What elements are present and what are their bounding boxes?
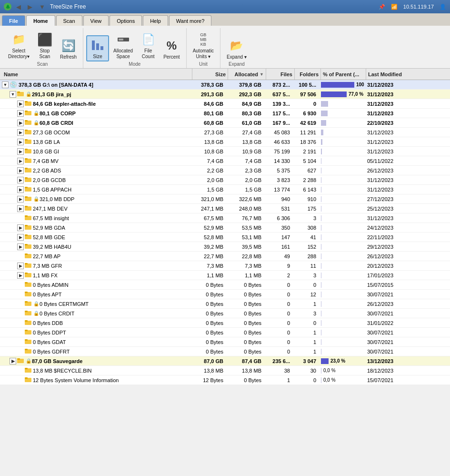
pct-bar	[321, 149, 322, 154]
table-row[interactable]: 0 Bytes APT0 Bytes0 Bytes01230/07/2021	[0, 290, 450, 299]
lock-icon: 🔒	[26, 358, 31, 364]
percent-button[interactable]: % Percent	[160, 36, 183, 61]
pct-bar-container	[321, 292, 362, 297]
expand-toggle[interactable]: ▼	[2, 81, 9, 88]
expand-toggle[interactable]: ▶	[17, 120, 24, 126]
expand-toggle[interactable]: ▶	[17, 272, 24, 279]
cell-size: 0 Bytes	[190, 320, 226, 326]
table-row[interactable]: 0 Bytes ADMIN0 Bytes0 Bytes0015/07/2015	[0, 280, 450, 290]
cell-folders: 6 930	[293, 111, 319, 116]
table-row[interactable]: ▶1,1 MB FX1,1 MB1,1 MB2317/01/2023	[0, 271, 450, 280]
expand-toggle[interactable]: ▶	[17, 234, 24, 241]
expand-toggle[interactable]: ▶	[17, 243, 24, 250]
table-row[interactable]: ▶247,1 MB DEV247,1 MB248,0 MB53117525/12…	[0, 204, 450, 213]
table-row[interactable]: 22,7 MB AP22,7 MB22,8 MB4928826/12/2023	[0, 252, 450, 261]
tab-help[interactable]: Help	[143, 15, 168, 26]
svg-rect-46	[25, 282, 28, 284]
col-header-files[interactable]: Files	[266, 69, 295, 80]
table-row[interactable]: ▶7,4 GB MV7,4 GB7,4 GB14 3305 10405/11/2…	[0, 156, 450, 166]
expand-toggle[interactable]: ▶	[17, 196, 24, 203]
item-name: 1,5 GB APPACH	[33, 187, 71, 192]
expand-toggle[interactable]: ▶	[17, 263, 24, 269]
table-row[interactable]: 67,5 MB insight67,5 MB76,7 MB6 306331/12…	[0, 213, 450, 223]
menu-button[interactable]: ▼	[37, 2, 47, 11]
forward-button[interactable]: ▶	[26, 2, 34, 11]
folder-icon	[17, 357, 24, 365]
col-header-allocated[interactable]: Allocated ▼	[228, 69, 266, 80]
col-header-size[interactable]: Size	[192, 69, 228, 80]
table-row[interactable]: ▶🔒80,1 GB CORP80,1 GB80,3 GB117 5...6 93…	[0, 109, 450, 118]
select-directory-button[interactable]: 📁 SelectDirectory▾	[5, 30, 33, 61]
table-row[interactable]: 🔒0 Bytes CERTMGMT0 Bytes0 Bytes0126/12/2…	[0, 299, 450, 309]
allocated-space-button[interactable]: AllocatedSpace	[110, 30, 136, 61]
table-row[interactable]: ▶🔒87,0 GB Sauvegarde87,0 GB87,4 GB235 6.…	[0, 356, 450, 366]
table-row[interactable]: 0 Bytes GDFRT0 Bytes0 Bytes0130/07/2021	[0, 347, 450, 356]
expand-toggle[interactable]: ▶	[17, 186, 24, 193]
pct-bar-container: 100,0 %	[321, 82, 362, 88]
table-row[interactable]: ▶7,3 MB GFR7,3 MB7,3 MB91120/12/2023	[0, 261, 450, 271]
col-header-name[interactable]: Name	[2, 69, 192, 80]
col-header-pct[interactable]: % of Parent (...	[321, 69, 366, 80]
table-row[interactable]: ▼🔒291,3 GB jira_pj291,3 GB292,3 GB637 5.…	[0, 90, 450, 99]
expand-toggle[interactable]: ▶	[17, 139, 24, 145]
svg-rect-24	[25, 177, 28, 179]
table-row[interactable]: ▶🔒60,8 GB CRDI60,8 GB61,0 GB167 9...42 6…	[0, 118, 450, 128]
percent-icon: %	[164, 38, 179, 53]
table-row[interactable]: ▶2,0 GB GCDB2,0 GB2,0 GB3 8232 28831/12/…	[0, 175, 450, 185]
table-row[interactable]: ▶84,6 GB kepler-attach-file84,6 GB84,9 G…	[0, 99, 450, 109]
item-name: 22,7 MB AP	[33, 253, 60, 259]
table-row[interactable]: ▶52,9 MB GDA52,9 MB53,5 MB35030824/12/20…	[0, 223, 450, 233]
table-row[interactable]: ▶2,2 GB ADS2,2 GB2,3 GB5 37562726/12/202…	[0, 166, 450, 175]
expand-toggle[interactable]: ▼	[10, 91, 16, 98]
cell-allocated: 27,4 GB	[226, 130, 264, 135]
item-name: 291,3 GB jira_pj	[32, 91, 71, 97]
expand-button[interactable]: 📂 Expand ▾	[223, 36, 250, 61]
tab-file[interactable]: File	[2, 15, 25, 26]
expand-toggle[interactable]: ▶	[17, 101, 24, 107]
table-row[interactable]: ▶10,8 GB GI10,8 GB10,9 GB75 1992 19131/1…	[0, 147, 450, 156]
expand-toggle[interactable]: ▶	[17, 129, 24, 136]
tab-options[interactable]: Options	[110, 15, 142, 26]
table-row[interactable]: 🔒0 Bytes CRDIT0 Bytes0 Bytes0330/07/2021	[0, 309, 450, 318]
expand-toggle[interactable]: ▶	[17, 177, 24, 183]
stop-scan-button[interactable]: ⬛ StopScan	[34, 30, 56, 61]
auto-units-button[interactable]: GB MB KB AutomaticUnits ▾	[190, 30, 217, 61]
svg-rect-16	[25, 139, 28, 141]
expand-toggle[interactable]: ▶	[17, 205, 24, 212]
size-mode-button[interactable]: Size	[86, 35, 109, 61]
file-count-button[interactable]: 📄 FileCount	[137, 30, 159, 61]
tab-wantmore[interactable]: Want more?	[169, 15, 212, 26]
table-row[interactable]: ▶27,3 GB OCOM27,3 GB27,4 GB45 08311 2913…	[0, 128, 450, 137]
col-header-modified[interactable]: Last Modified	[366, 69, 448, 80]
tab-scan[interactable]: Scan	[56, 15, 82, 26]
back-button[interactable]: ◀	[14, 2, 23, 11]
table-row[interactable]: 0 Bytes DDPT0 Bytes0 Bytes0130/07/2021	[0, 328, 450, 337]
cell-files: 0	[264, 339, 293, 345]
expand-toggle[interactable]: ▶	[17, 148, 24, 155]
col-header-folders[interactable]: Folders	[295, 69, 321, 80]
table-row[interactable]: ▼💿378,3 GB G:\ on [SAN-DATA 4]378,3 GB37…	[0, 80, 450, 90]
table-row[interactable]: ▶13,8 GB LA13,8 GB13,8 GB46 63318 37631/…	[0, 137, 450, 147]
table-row[interactable]: 12 Bytes System Volume Information12 Byt…	[0, 375, 450, 385]
tab-home[interactable]: Home	[26, 15, 55, 26]
refresh-button[interactable]: 🔄 Refresh	[57, 36, 80, 61]
folder-icon	[25, 329, 31, 336]
table-row[interactable]: ▶1,5 GB APPACH1,5 GB1,5 GB13 7746 14331/…	[0, 185, 450, 194]
table-row[interactable]: ▶🔒321,0 MB DDP321,0 MB322,6 MB94091027/1…	[0, 194, 450, 204]
cell-name: ▶10,8 GB GI	[0, 148, 190, 155]
expand-toggle[interactable]: ▶	[10, 358, 16, 365]
tab-view[interactable]: View	[83, 15, 109, 26]
expand-toggle[interactable]: ▶	[17, 167, 24, 174]
cell-size: 27,3 GB	[190, 130, 226, 135]
pct-bar	[321, 234, 321, 240]
table-row[interactable]: ▶39,2 MB HAB4U39,2 MB39,5 MB16115229/12/…	[0, 242, 450, 252]
table-row[interactable]: 13,8 MB $RECYCLE.BIN13,8 MB13,8 MB38300,…	[0, 366, 450, 375]
drive-icon: 💿	[10, 81, 17, 88]
table-row[interactable]: 0 Bytes GDAT0 Bytes0 Bytes0130/07/2021	[0, 337, 450, 347]
table-row[interactable]: ▶52,8 MB GDE52,8 MB53,1 MB1474122/11/202…	[0, 233, 450, 242]
expand-toggle[interactable]: ▶	[17, 224, 24, 231]
folder-icon	[25, 338, 31, 345]
expand-toggle[interactable]: ▶	[17, 158, 24, 164]
table-row[interactable]: 0 Bytes DDB0 Bytes0 Bytes0031/01/2022	[0, 318, 450, 328]
expand-toggle[interactable]: ▶	[17, 110, 24, 117]
